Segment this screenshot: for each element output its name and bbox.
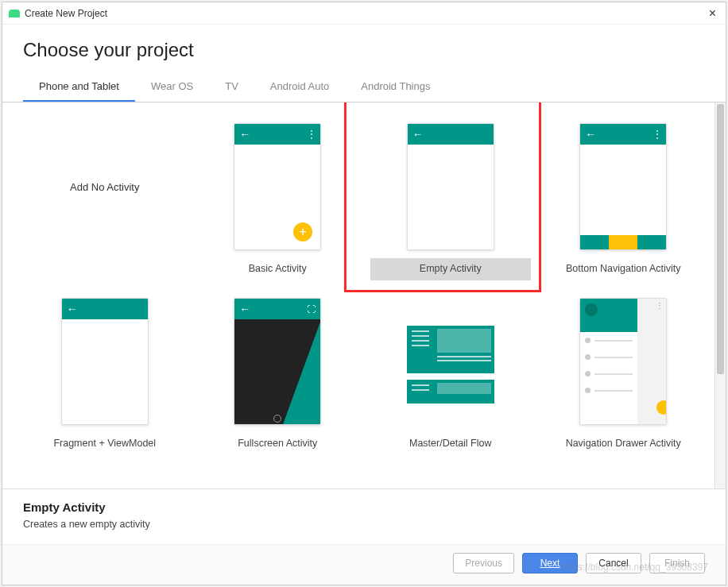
tab-android-things[interactable]: Android Things bbox=[345, 74, 446, 102]
template-label: Navigation Drawer Activity bbox=[544, 433, 704, 455]
back-icon: ← bbox=[239, 128, 250, 141]
description-panel: Empty Activity Creates a new empty activ… bbox=[2, 489, 726, 544]
thumb-basic: ←⋮ + bbox=[210, 115, 345, 258]
description-text: Creates a new empty activity bbox=[23, 519, 705, 530]
back-icon: ← bbox=[585, 128, 596, 141]
template-gallery: Add No Activity ←⋮ + Basic Activity bbox=[2, 102, 726, 465]
template-master-detail[interactable]: Master/Detail Flow bbox=[369, 288, 532, 457]
back-icon: ← bbox=[239, 303, 250, 315]
bottomnav-icon bbox=[580, 235, 666, 249]
tab-wear-os[interactable]: Wear OS bbox=[135, 74, 209, 102]
next-button-label: Next bbox=[540, 558, 560, 569]
template-label: Empty Activity bbox=[370, 258, 531, 280]
template-label: Master/Detail Flow bbox=[370, 433, 531, 455]
tab-android-auto[interactable]: Android Auto bbox=[254, 74, 345, 102]
template-nav-drawer[interactable]: ⋮ Navigation Drawer Activity bbox=[542, 288, 706, 457]
template-empty-activity[interactable]: ← Empty Activity bbox=[369, 114, 532, 282]
titlebar: Create New Project × bbox=[2, 2, 726, 25]
scrollbar-thumb[interactable] bbox=[717, 104, 724, 374]
tabs: Phone and Tablet Wear OS TV Android Auto… bbox=[2, 74, 726, 102]
content-area: Choose your project Phone and Tablet Wea… bbox=[2, 25, 726, 585]
overflow-icon: ⋮ bbox=[307, 129, 316, 140]
button-bar: Previous Next Cancel Finish bbox=[2, 544, 726, 585]
template-label bbox=[25, 258, 185, 280]
template-fullscreen[interactable]: ←⛶ Fullscreen Activity bbox=[196, 288, 360, 457]
tab-tv[interactable]: TV bbox=[209, 74, 254, 102]
thumb-fvm: ← bbox=[37, 290, 172, 433]
thumb-drawer: ⋮ bbox=[556, 290, 691, 433]
avatar-icon bbox=[585, 303, 598, 316]
tab-phone-tablet[interactable]: Phone and Tablet bbox=[23, 74, 135, 102]
window-title: Create New Project bbox=[25, 8, 107, 19]
dialog-window: Create New Project × Choose your project… bbox=[2, 2, 726, 585]
android-icon bbox=[9, 10, 20, 17]
thumb-empty: ← bbox=[383, 115, 518, 258]
page-heading: Choose your project bbox=[2, 25, 726, 74]
template-basic-activity[interactable]: ←⋮ + Basic Activity bbox=[196, 114, 360, 282]
template-label: Bottom Navigation Activity bbox=[544, 258, 704, 280]
template-label: Fragment + ViewModel bbox=[25, 433, 185, 455]
next-button[interactable]: Next bbox=[522, 553, 578, 573]
home-icon bbox=[273, 415, 281, 423]
thumb-noact: Add No Activity bbox=[37, 115, 172, 258]
template-label: Basic Activity bbox=[198, 258, 358, 280]
gallery-wrap: Add No Activity ←⋮ + Basic Activity bbox=[2, 102, 726, 489]
thumb-fullscreen: ←⛶ bbox=[210, 290, 345, 433]
expand-icon: ⛶ bbox=[307, 304, 316, 314]
fab-icon bbox=[656, 400, 667, 415]
template-fragment-viewmodel[interactable]: ← Fragment + ViewModel bbox=[23, 288, 187, 457]
cancel-button[interactable]: Cancel bbox=[586, 553, 641, 573]
back-icon: ← bbox=[67, 303, 78, 315]
previous-button: Previous bbox=[453, 553, 514, 573]
template-bottom-nav[interactable]: ←⋮ Bottom Navigation Activity bbox=[542, 114, 706, 282]
template-label: Fullscreen Activity bbox=[198, 433, 358, 455]
thumb-bottomnav: ←⋮ bbox=[556, 115, 691, 258]
overflow-icon: ⋮ bbox=[656, 301, 664, 310]
scrollbar[interactable] bbox=[714, 102, 726, 489]
description-title: Empty Activity bbox=[23, 500, 705, 514]
overflow-icon: ⋮ bbox=[652, 129, 661, 140]
noact-label-inline: Add No Activity bbox=[70, 181, 139, 193]
back-icon: ← bbox=[412, 128, 424, 141]
close-icon[interactable]: × bbox=[706, 6, 719, 21]
finish-button: Finish bbox=[649, 553, 705, 573]
thumb-master bbox=[383, 290, 518, 433]
template-add-no-activity[interactable]: Add No Activity bbox=[23, 114, 187, 282]
fab-icon: + bbox=[293, 222, 312, 241]
